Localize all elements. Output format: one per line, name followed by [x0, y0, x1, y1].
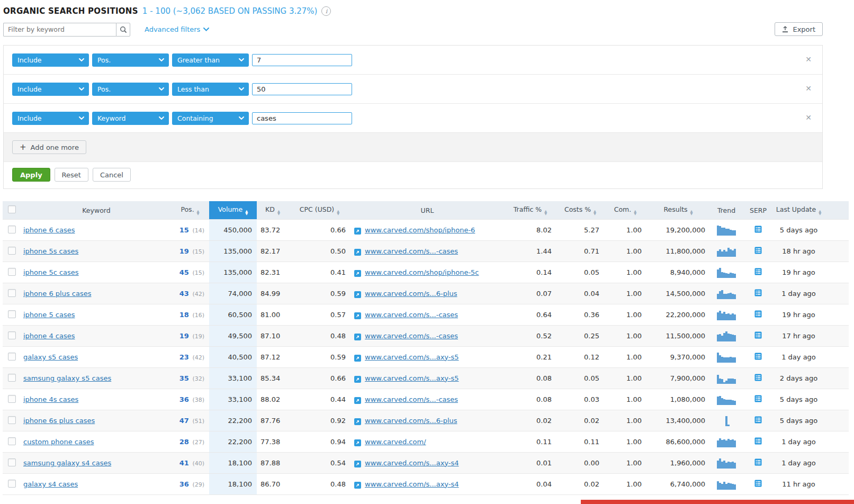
row-checkbox[interactable]	[8, 374, 16, 382]
remove-filter-button[interactable]: ✕	[805, 85, 812, 92]
keyword-link[interactable]: iphone 5 cases	[23, 311, 75, 319]
url-link[interactable]: www.carved.com/s...axy-s5	[365, 374, 459, 382]
serp-icon[interactable]	[754, 458, 762, 466]
column-header-pos[interactable]: Pos.▲▼	[171, 201, 209, 220]
filter-operator-dropdown[interactable]: Containing	[172, 112, 249, 125]
serp-icon[interactable]	[754, 374, 762, 381]
keyword-link[interactable]: iphone 6 cases	[23, 226, 75, 234]
keyword-link[interactable]: iphone 5c cases	[23, 268, 79, 276]
serp-icon[interactable]	[754, 395, 762, 402]
row-checkbox[interactable]	[8, 268, 16, 276]
column-header-cpc[interactable]: CPC (USD)▲▼	[289, 201, 350, 220]
external-link-icon[interactable]	[354, 397, 361, 404]
advanced-filters-toggle[interactable]: Advanced filters	[145, 25, 209, 33]
select-all-checkbox[interactable]	[8, 205, 16, 213]
row-checkbox[interactable]	[8, 289, 16, 297]
external-link-icon[interactable]	[354, 461, 361, 467]
filter-operator-dropdown[interactable]: Less than	[172, 83, 249, 96]
filter-condition-dropdown[interactable]: Include	[12, 53, 89, 67]
last_update-value: 1 day ago	[781, 290, 816, 298]
column-header-results[interactable]: Results▲▼	[646, 201, 710, 220]
url-link[interactable]: www.carved.com/s...axy-s4	[365, 459, 459, 467]
serp-icon[interactable]	[754, 480, 762, 487]
row-checkbox[interactable]	[8, 437, 16, 445]
serp-icon[interactable]	[754, 416, 762, 424]
serp-icon[interactable]	[754, 247, 762, 254]
url-link[interactable]: www.carved.com/s...-cases	[365, 311, 458, 319]
apply-button[interactable]: Apply	[12, 168, 50, 182]
serp-icon[interactable]	[754, 226, 762, 233]
url-link[interactable]: www.carved.com/s...6-plus	[365, 417, 457, 425]
serp-icon[interactable]	[754, 437, 762, 445]
keyword-link[interactable]: galaxy s4 cases	[23, 480, 78, 488]
filter-field-dropdown[interactable]: Pos.	[92, 53, 169, 67]
row-checkbox[interactable]	[8, 226, 16, 233]
external-link-icon[interactable]	[354, 228, 361, 235]
cancel-button[interactable]: Cancel	[93, 168, 131, 182]
remove-filter-button[interactable]: ✕	[805, 56, 812, 63]
column-header-com[interactable]: Com.▲▼	[604, 201, 646, 220]
keyword-link[interactable]: galaxy s5 cases	[23, 353, 78, 361]
column-header-last_update[interactable]: Last Update▲▼	[774, 201, 824, 220]
filter-field-dropdown[interactable]: Keyword	[92, 112, 169, 125]
url-link[interactable]: www.carved.com/s...-cases	[365, 395, 458, 403]
keyword-link[interactable]: iphone 6s plus cases	[23, 417, 95, 425]
external-link-icon[interactable]	[354, 355, 361, 362]
serp-icon[interactable]	[754, 353, 762, 360]
filter-condition-dropdown[interactable]: Include	[12, 83, 89, 96]
column-header-traffic[interactable]: Traffic %▲▼	[504, 201, 556, 220]
url-link[interactable]: www.carved.com/shop/iphone-5c	[365, 268, 479, 276]
column-header-costs[interactable]: Costs %▲▼	[556, 201, 604, 220]
row-checkbox[interactable]	[8, 416, 16, 424]
row-checkbox[interactable]	[8, 331, 16, 339]
add-filter-button[interactable]: + Add one more	[12, 140, 86, 154]
external-link-icon[interactable]	[354, 291, 361, 298]
url-link[interactable]: www.carved.com/s...-cases	[365, 247, 458, 255]
url-link[interactable]: www.carved.com/s...6-plus	[365, 290, 457, 298]
column-header-volume[interactable]: Volume▲▼	[209, 201, 257, 220]
external-link-icon[interactable]	[354, 376, 361, 383]
info-icon[interactable]: i	[321, 6, 331, 16]
serp-icon[interactable]	[754, 289, 762, 296]
keyword-link[interactable]: iphone 6 plus cases	[23, 290, 92, 298]
filter-value-input[interactable]	[252, 112, 352, 124]
url-link[interactable]: www.carved.com/s...-cases	[365, 332, 458, 340]
serp-icon[interactable]	[754, 310, 762, 318]
keyword-link[interactable]: iphone 5s cases	[23, 247, 78, 255]
filter-value-input[interactable]	[252, 54, 352, 66]
filter-value-input[interactable]	[252, 83, 352, 95]
external-link-icon[interactable]	[354, 249, 361, 256]
row-checkbox[interactable]	[8, 458, 16, 466]
reset-button[interactable]: Reset	[55, 168, 88, 182]
keyword-link[interactable]: custom phone cases	[23, 438, 94, 446]
remove-filter-button[interactable]: ✕	[805, 114, 812, 121]
row-checkbox[interactable]	[8, 480, 16, 488]
search-button[interactable]	[116, 23, 130, 37]
export-button[interactable]: Export	[775, 22, 823, 36]
row-checkbox[interactable]	[8, 353, 16, 361]
keyword-link[interactable]: iphone 4 cases	[23, 332, 75, 340]
url-link[interactable]: www.carved.com/	[365, 438, 426, 446]
keyword-link[interactable]: samsung galaxy s5 cases	[23, 374, 111, 382]
serp-icon[interactable]	[754, 331, 762, 339]
keyword-link[interactable]: iphone 4s cases	[23, 395, 78, 403]
external-link-icon[interactable]	[354, 312, 361, 319]
filter-field-dropdown[interactable]: Pos.	[92, 83, 169, 96]
external-link-icon[interactable]	[354, 482, 361, 489]
external-link-icon[interactable]	[354, 270, 361, 277]
external-link-icon[interactable]	[354, 418, 361, 425]
column-header-kd[interactable]: KD▲▼	[257, 201, 289, 220]
url-link[interactable]: www.carved.com/s...axy-s5	[365, 353, 459, 361]
url-link[interactable]: www.carved.com/s...axy-s4	[365, 480, 459, 488]
row-checkbox[interactable]	[8, 395, 16, 403]
keyword-link[interactable]: samsung galaxy s4 cases	[23, 459, 111, 467]
keyword-filter-input[interactable]	[3, 23, 116, 37]
filter-condition-dropdown[interactable]: Include	[12, 112, 89, 125]
row-checkbox[interactable]	[8, 310, 16, 318]
external-link-icon[interactable]	[354, 439, 361, 446]
url-link[interactable]: www.carved.com/shop/iphone-6	[365, 226, 475, 234]
external-link-icon[interactable]	[354, 334, 361, 340]
filter-operator-dropdown[interactable]: Greater than	[172, 53, 249, 67]
row-checkbox[interactable]	[8, 247, 16, 255]
serp-icon[interactable]	[754, 268, 762, 275]
